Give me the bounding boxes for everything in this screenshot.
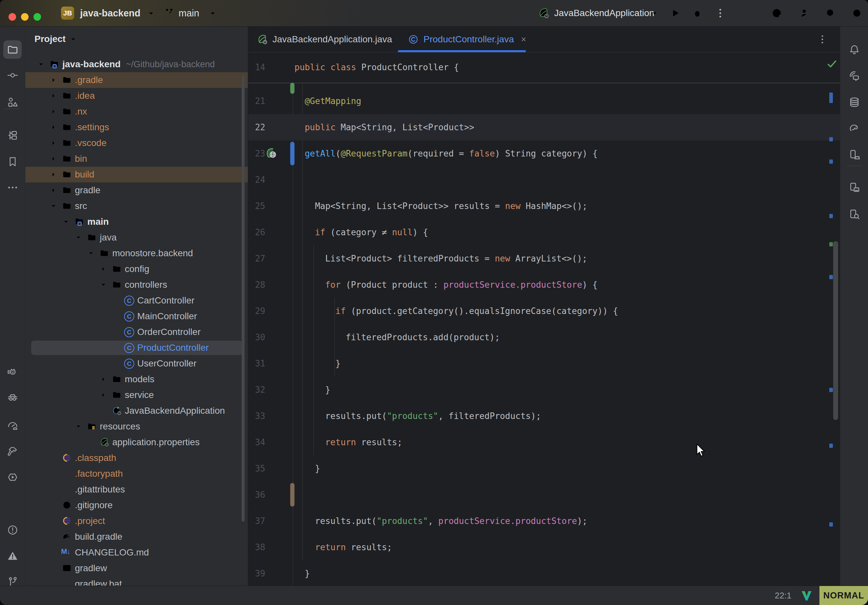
project-badge[interactable]: JB [61, 6, 74, 20]
chevron-right-icon[interactable] [50, 108, 57, 115]
tab-javabackendapplication[interactable]: JavaBackendApplication.java [248, 26, 392, 52]
tree-item--settings[interactable]: .settings [25, 119, 248, 135]
line-number-36[interactable]: 36 [248, 482, 265, 508]
inspections-ok-icon[interactable] [825, 57, 839, 70]
tool-strip-button-commit[interactable] [3, 66, 22, 84]
line-number-26[interactable]: 26 [248, 219, 265, 245]
tool-strip-button-more-tool-windows[interactable] [3, 178, 22, 197]
zoom-window-button[interactable] [34, 13, 41, 21]
line-number-27[interactable]: 27 [248, 245, 265, 272]
chevron-right-icon[interactable] [50, 124, 57, 131]
tool-strip-button-ai-chat[interactable] [845, 67, 863, 85]
tree-item-maincontroller[interactable]: CMainController [25, 308, 248, 324]
stripe-mark-blue[interactable] [829, 522, 833, 526]
chevron-right-icon[interactable] [50, 92, 57, 99]
tool-strip-button-running-devices[interactable] [845, 145, 863, 164]
tree-item-src[interactable]: src [25, 198, 248, 214]
chevron-right-icon[interactable] [50, 171, 57, 178]
caret-position[interactable]: 22:1 [775, 586, 792, 605]
tool-strip-button-device-manager[interactable] [845, 178, 863, 197]
tree-item--idea[interactable]: .idea [25, 88, 248, 104]
tree-item-usercontroller[interactable]: CUserController [25, 356, 248, 371]
tree-item-main[interactable]: main [25, 214, 248, 230]
line-number-30[interactable]: 30 [248, 324, 265, 350]
tree-item--gitattributes[interactable]: .gitattributes [25, 482, 248, 497]
chevron-right-icon[interactable] [50, 139, 57, 147]
chevron-right-icon[interactable] [50, 155, 57, 162]
tree-item-build[interactable]: build [25, 167, 248, 183]
tree-item-java[interactable]: java [25, 230, 248, 245]
chevron-down-icon[interactable] [87, 250, 95, 257]
line-number-35[interactable]: 35 [248, 455, 265, 482]
tool-strip-button-services[interactable] [3, 468, 22, 486]
tree-item--factorypath[interactable]: .factorypath [25, 466, 248, 482]
line-number-14[interactable]: 14 [248, 54, 265, 80]
line-number-33[interactable]: 33 [248, 403, 265, 429]
stripe-mark-blue[interactable] [829, 159, 833, 164]
tab-productcontroller[interactable]: ProductController.java [398, 26, 527, 52]
tree-item--classpath[interactable]: .classpath [25, 450, 248, 466]
line-number-31[interactable]: 31 [248, 350, 265, 377]
line-number-29[interactable]: 29 [248, 298, 265, 324]
tool-strip-button-project[interactable] [3, 40, 22, 59]
line-number-34[interactable]: 34 [248, 429, 265, 455]
search-everywhere-button[interactable] [825, 7, 837, 19]
tree-item-changelog-md[interactable]: M↓CHANGELOG.md [25, 545, 248, 560]
chevron-right-icon[interactable] [50, 76, 57, 84]
tool-strip-button-structure[interactable] [3, 93, 22, 111]
tree-item-gradle[interactable]: gradle [25, 183, 248, 198]
chevron-down-icon[interactable] [62, 218, 70, 225]
endpoint-gutter-icon[interactable] [265, 147, 278, 159]
tool-strip-button-profiler[interactable] [3, 416, 22, 435]
tree-item-monostore-backend[interactable]: monostore.backend [25, 245, 248, 261]
tree-item-service[interactable]: service [25, 387, 248, 403]
tree-item-cartcontroller[interactable]: CCartController [25, 292, 248, 308]
tool-strip-button-device-explorer[interactable] [845, 205, 863, 223]
branch-selector[interactable]: main [178, 0, 199, 26]
tool-strip-button-build-tool[interactable] [3, 126, 22, 144]
chevron-right-icon[interactable] [50, 187, 57, 194]
ideavim-icon[interactable] [800, 590, 813, 602]
line-number-39[interactable]: 39 [248, 560, 265, 586]
tree-item-build-gradle[interactable]: build.gradle [25, 529, 248, 545]
tree-item-gradlew[interactable]: gradlew [25, 560, 248, 576]
run-configuration-selector[interactable]: JavaBackendApplication [554, 0, 654, 26]
add-user-button[interactable] [799, 7, 811, 19]
minimize-window-button[interactable] [21, 13, 29, 21]
tool-strip-button-gradle[interactable] [845, 118, 863, 137]
tree-item-resources[interactable]: resources [25, 419, 248, 435]
line-number-23[interactable]: 23 [248, 141, 265, 167]
line-number-28[interactable]: 28 [248, 272, 265, 298]
tool-strip-button-problems[interactable] [3, 521, 22, 539]
tool-strip-button-incognito[interactable] [3, 389, 22, 407]
tree-item-productcontroller[interactable]: CProductController [25, 340, 248, 356]
vcs-added-marker[interactable] [290, 83, 294, 94]
tree-item--gitignore[interactable]: .gitignore [25, 497, 248, 513]
tool-strip-button-database[interactable] [845, 93, 863, 111]
tree-item-ordercontroller[interactable]: COrderController [25, 324, 248, 340]
tree-item-application-properties[interactable]: application.properties [25, 435, 248, 450]
line-number-22[interactable]: 22 [248, 114, 265, 141]
stripe-mark-green[interactable] [829, 242, 833, 246]
tree-item--vscode[interactable]: .vscode [25, 135, 248, 151]
tree-item-models[interactable]: models [25, 371, 248, 387]
vim-mode-badge[interactable]: NORMAL [819, 586, 868, 605]
stripe-mark-blue[interactable] [829, 388, 833, 392]
vcs-whitespace-marker[interactable] [290, 483, 294, 507]
close-window-button[interactable] [9, 13, 16, 21]
folded-code-separator[interactable] [248, 83, 840, 84]
chevron-right-icon[interactable] [100, 265, 107, 272]
run-button[interactable] [669, 7, 681, 19]
stripe-mark-blue[interactable] [829, 275, 833, 279]
line-number-37[interactable]: 37 [248, 508, 265, 534]
tree-item-javabackendapplication[interactable]: JavaBackendApplication [25, 403, 248, 419]
settings-button[interactable] [851, 7, 863, 19]
chevron-down-icon[interactable] [75, 234, 82, 241]
tool-strip-button-warnings[interactable] [3, 546, 22, 565]
chevron-down-icon[interactable] [100, 281, 107, 288]
tree-item--nx[interactable]: .nx [25, 104, 248, 119]
chevron-down-icon[interactable] [70, 36, 77, 43]
chevron-down-icon[interactable] [37, 61, 45, 68]
stripe-mark-blue[interactable] [829, 137, 833, 141]
close-tab-icon[interactable] [520, 36, 527, 43]
